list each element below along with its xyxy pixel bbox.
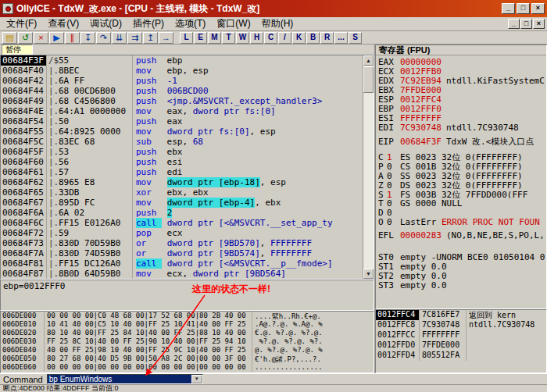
register-row[interactable]: EAX00000000 [376,57,546,66]
windows-window-button[interactable]: W [236,32,249,44]
minimize-button[interactable]: _ [502,3,515,14]
flag-row[interactable]: C1ES 0023 32位 0(FFFFFFFF) [376,151,546,161]
execute-till-return-button[interactable]: ↥ [143,32,158,44]
disasm-row[interactable]: 00684F7A|.830D 74D59B0or dword ptr [9BD5… [1,248,363,258]
flag-row[interactable]: D0 [376,208,546,217]
menu-item-plugins[interactable]: 插件(P) [127,16,170,31]
executables-window-button[interactable]: E [194,32,207,44]
register-row[interactable]: EIP00684F3FTdxW_改.<模块入口点 [376,136,546,145]
cpu-window-button[interactable]: C [264,32,277,44]
disasm-row[interactable]: 00684F87|.8B0D 64D59B0mov ecx, dword ptr… [1,269,363,279]
disasm-row[interactable]: 00684F40|.8BECmov ebp, esp [1,66,363,76]
register-row[interactable]: ECX0012FFB0 [376,66,546,76]
scrollbar-thumb[interactable] [363,66,374,93]
flag-row[interactable]: T0GS 0000 NULL [376,198,546,208]
disasm-row[interactable]: 00684F55|.64:8925 0000mov dword ptr fs:[… [1,127,363,137]
mdi-minimize-button[interactable]: _ [508,19,520,29]
memory-window-button[interactable]: M [208,32,221,44]
references-window-button[interactable]: R [320,32,334,44]
restart-button[interactable]: ↺ [18,32,33,44]
dump-row[interactable]: 006DE02080 10 40 00|FF 25 84 10|40 00 FF… [1,329,374,337]
disasm-row[interactable]: 00684F62|.8965 E8mov dword ptr [ebp-18],… [1,177,363,187]
run-button[interactable]: ▶ [49,32,64,44]
scroll-down-icon[interactable]: ▼ [363,269,374,279]
eflags-row[interactable]: EFL00000283(NO,B,NE,BE,S,PO,L, [376,230,546,240]
maximize-button[interactable]: □ [517,3,530,14]
register-row[interactable]: ESIFFFFFFFF [376,113,546,123]
step-over-button[interactable]: ↷ [96,32,111,44]
menu-item-options[interactable]: 选项(T) [170,16,211,31]
pause-button[interactable]: ∥ [65,32,80,44]
register-row[interactable]: ESP0012FFC4 [376,94,546,104]
flag-row[interactable]: P0CS 001B 32位 0(FFFFFFFF) [376,161,546,170]
fpu-register-row[interactable]: ST0empty -UNORM BCE0 01050104 0 [376,252,546,262]
source-window-button[interactable]: S [349,32,362,44]
close-program-button[interactable]: × [34,32,48,44]
fpu-register-row[interactable]: ST2empty 0.0 [376,271,546,280]
stack-row[interactable]: 0012FFC87C930748ntdll.7C930748 [376,320,546,330]
flag-row[interactable]: S1FS 003B 32位 7FFDD000(FFF [376,189,546,198]
threads-window-button[interactable]: T [222,32,235,44]
disasm-row[interactable]: 00684F73|.830D 70D59B0or dword ptr [9BD5… [1,238,363,248]
dump-row[interactable]: 006DE05080 27 68 00|40 D5 9B 00|50 A8 2C… [1,355,374,363]
animate-into-button[interactable]: ⇊ [112,32,127,44]
flag-row[interactable]: O0LastErr ERROR_PROC_NOT_FOUN [376,217,546,226]
command-input-value[interactable]: bp EnumWindows [48,375,191,383]
register-row[interactable]: EBP0012FFF0 [376,104,546,113]
disasm-row[interactable]: 00684F49|.68 C4506800push <jmp.&MSVCRT._… [1,96,363,106]
disasm-row[interactable]: 00684F5F|.53push ebx [1,147,363,157]
menu-item-help[interactable]: 帮助(H) [256,16,299,31]
stack-row[interactable]: 0012FFCCFFFFFFFF [376,330,546,340]
menu-item-window[interactable]: 窗口(W) [211,16,256,31]
mdi-close-button[interactable]: × [533,19,545,29]
fpu-register-row[interactable]: ST3empty 0.0 [376,280,546,290]
disassembly-scrollbar[interactable]: ▲ ▼ [363,55,374,279]
fpu-register-row[interactable]: ST1empty 0.0 [376,262,546,271]
disasm-row[interactable]: 00684F44|.68 00CD6B00push 006BCD00 [1,86,363,96]
go-to-address-button[interactable]: → [159,32,173,44]
disasm-row[interactable]: 00684F6C|.FF15 E0126A0call dword ptr [<&… [1,218,363,228]
disasm-row[interactable]: 00684F72|.59pop ecx [1,228,363,238]
stack-row[interactable]: 0012FFC47C816FE7返回到 kern [376,310,546,320]
disasm-row[interactable]: 00684F42|.6A FFpush -1 [1,76,363,86]
menu-item-view[interactable]: 查看(V) [42,16,84,31]
animate-over-button[interactable]: ⇉ [127,32,142,44]
register-row[interactable]: EBX7FFDE000 [376,85,546,94]
flag-row[interactable]: A0SS 0023 32位 0(FFFFFFFF) [376,170,546,180]
run-trace-window-button[interactable]: ... [334,32,348,44]
register-row[interactable]: EDI7C930748ntdll.7C930748 [376,123,546,132]
handles-window-button[interactable]: H [250,32,263,44]
disasm-row[interactable]: 00684F60|.56push esi [1,157,363,167]
log-window-button[interactable]: L [180,32,193,44]
chevron-down-icon[interactable]: ▼ [191,375,202,383]
disasm-row[interactable]: 00684F54|.50push eax [1,116,363,127]
dump-row[interactable]: 006DE04040 00 FF 25|98 10 40 00|FF 25 9C… [1,346,374,355]
disasm-row[interactable]: 00684F4E|.64:A1 0000000mov eax, dword pt… [1,106,363,116]
registers-header[interactable]: 寄存器 (FPU) [376,45,546,55]
open-file-button[interactable]: ▤ [2,32,17,44]
disasm-row[interactable]: 00684F61|.57push edi [1,167,363,177]
dump-row[interactable]: 006DE030FF 25 8C 10|40 00 FF 25|90 10 40… [1,337,374,346]
dump-row[interactable]: 006DE06000 00 00 00|00 00 00 00|00 00 00… [1,363,374,372]
dump-row[interactable]: 006DE01010 41 40 00|C5 10 40 00|FF 25 10… [1,320,374,329]
step-into-button[interactable]: ↧ [80,32,95,44]
disasm-row[interactable]: 00684F6A|.6A 02push 2 [1,208,363,218]
disasm-row[interactable]: 00684F65|.33DBxor ebx, ebx [1,187,363,198]
disasm-row[interactable]: 00684F67|.895D FCmov dword ptr [ebp-4], … [1,198,363,208]
patches-window-button[interactable]: / [278,32,291,44]
register-row[interactable]: EDX7C92EB94ntdll.KiFastSystemC [376,76,546,85]
menu-item-debug[interactable]: 调试(D) [84,16,127,31]
disasm-row[interactable]: 00684F3F/$55push ebp [1,55,363,66]
command-input[interactable]: bp EnumWindows ▼ [47,374,203,384]
dump-row[interactable]: 006DE00000 00 00 00|C0 4B 68 00|17 52 68… [1,312,374,320]
mdi-restore-button[interactable]: □ [520,19,532,29]
call-stack-window-button[interactable]: K [292,32,306,44]
disasm-row[interactable]: 00684F81|.FF15 DC126A0call dword ptr [<&… [1,258,363,269]
breakpoints-window-button[interactable]: B [306,32,320,44]
stack-row[interactable]: 0012FFD4805512FA [376,351,546,361]
flag-row[interactable]: Z0DS 0023 32位 0(FFFFFFFF) [376,180,546,189]
scroll-up-icon[interactable]: ▲ [363,55,374,66]
stack-row[interactable]: 0012FFD07FFDE000 [376,340,546,351]
disasm-row[interactable]: 00684F5C|.83EC 68sub esp, 68 [1,137,363,147]
close-button[interactable]: × [531,3,545,14]
